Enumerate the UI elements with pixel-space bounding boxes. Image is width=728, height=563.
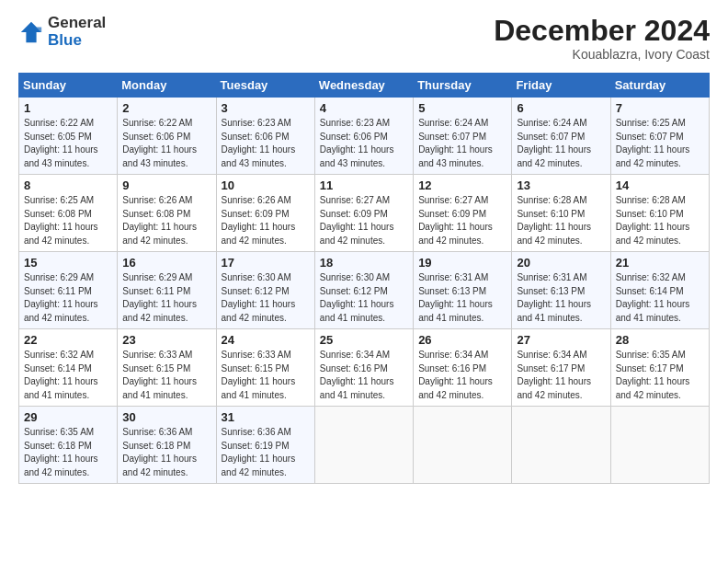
col-tuesday: Tuesday (216, 74, 314, 98)
day-number: 6 (517, 101, 605, 115)
cell-info: Sunrise: 6:33 AM Sunset: 6:15 PM Dayligh… (222, 349, 310, 402)
svg-marker-0 (21, 21, 41, 41)
day-number: 5 (418, 101, 506, 115)
cell-info: Sunrise: 6:28 AM Sunset: 6:10 PM Dayligh… (616, 194, 704, 247)
day-number: 30 (122, 410, 210, 424)
logo-icon (18, 19, 44, 45)
calendar-cell: 3 Sunrise: 6:23 AM Sunset: 6:06 PM Dayli… (216, 98, 314, 175)
day-number: 7 (616, 101, 704, 115)
calendar-cell: 5 Sunrise: 6:24 AM Sunset: 6:07 PM Dayli… (414, 98, 512, 175)
cell-info: Sunrise: 6:32 AM Sunset: 6:14 PM Dayligh… (616, 271, 704, 325)
calendar-cell: 20 Sunrise: 6:31 AM Sunset: 6:13 PM Dayl… (512, 252, 610, 329)
calendar-cell: 19 Sunrise: 6:31 AM Sunset: 6:13 PM Dayl… (414, 252, 512, 329)
cell-info: Sunrise: 6:28 AM Sunset: 6:10 PM Dayligh… (517, 194, 605, 247)
calendar-cell: 27 Sunrise: 6:34 AM Sunset: 6:17 PM Dayl… (512, 329, 610, 407)
calendar-cell: 14 Sunrise: 6:28 AM Sunset: 6:10 PM Dayl… (610, 175, 709, 252)
calendar-week-4: 22 Sunrise: 6:32 AM Sunset: 6:14 PM Dayl… (19, 329, 710, 407)
cell-info: Sunrise: 6:35 AM Sunset: 6:17 PM Dayligh… (616, 349, 704, 402)
calendar-week-3: 15 Sunrise: 6:29 AM Sunset: 6:11 PM Dayl… (19, 252, 710, 329)
calendar-cell: 17 Sunrise: 6:30 AM Sunset: 6:12 PM Dayl… (216, 252, 314, 329)
cell-info: Sunrise: 6:26 AM Sunset: 6:09 PM Dayligh… (222, 194, 310, 247)
col-wednesday: Wednesday (314, 74, 413, 98)
cell-info: Sunrise: 6:31 AM Sunset: 6:13 PM Dayligh… (418, 271, 506, 325)
calendar-cell: 2 Sunrise: 6:22 AM Sunset: 6:06 PM Dayli… (118, 98, 216, 175)
cell-info: Sunrise: 6:23 AM Sunset: 6:06 PM Dayligh… (320, 117, 408, 170)
calendar-cell: 18 Sunrise: 6:30 AM Sunset: 6:12 PM Dayl… (314, 252, 413, 329)
day-number: 24 (222, 333, 310, 347)
logo-text: General Blue (48, 15, 106, 49)
calendar-cell: 12 Sunrise: 6:27 AM Sunset: 6:09 PM Dayl… (414, 175, 512, 252)
calendar-cell: 24 Sunrise: 6:33 AM Sunset: 6:15 PM Dayl… (216, 329, 314, 407)
cell-info: Sunrise: 6:26 AM Sunset: 6:08 PM Dayligh… (122, 194, 210, 247)
calendar-cell: 23 Sunrise: 6:33 AM Sunset: 6:15 PM Dayl… (118, 329, 216, 407)
day-number: 10 (222, 178, 310, 192)
cell-info: Sunrise: 6:25 AM Sunset: 6:07 PM Dayligh… (616, 117, 704, 170)
cell-info: Sunrise: 6:36 AM Sunset: 6:19 PM Dayligh… (222, 426, 310, 479)
cell-info: Sunrise: 6:24 AM Sunset: 6:07 PM Dayligh… (517, 117, 605, 170)
col-saturday: Saturday (610, 74, 709, 98)
calendar-cell: 13 Sunrise: 6:28 AM Sunset: 6:10 PM Dayl… (512, 175, 610, 252)
calendar-cell: 21 Sunrise: 6:32 AM Sunset: 6:14 PM Dayl… (610, 252, 709, 329)
day-number: 17 (222, 256, 310, 270)
cell-info: Sunrise: 6:31 AM Sunset: 6:13 PM Dayligh… (517, 271, 605, 325)
calendar-week-2: 8 Sunrise: 6:25 AM Sunset: 6:08 PM Dayli… (19, 175, 710, 252)
cell-info: Sunrise: 6:32 AM Sunset: 6:14 PM Dayligh… (24, 349, 112, 402)
calendar-cell: 26 Sunrise: 6:34 AM Sunset: 6:16 PM Dayl… (414, 329, 512, 407)
day-number: 13 (517, 178, 605, 192)
cell-info: Sunrise: 6:22 AM Sunset: 6:05 PM Dayligh… (24, 117, 112, 170)
cell-info: Sunrise: 6:25 AM Sunset: 6:08 PM Dayligh… (24, 194, 112, 247)
calendar-cell (512, 407, 610, 484)
calendar-cell (314, 407, 413, 484)
calendar-cell: 1 Sunrise: 6:22 AM Sunset: 6:05 PM Dayli… (19, 98, 118, 175)
day-number: 19 (418, 256, 506, 270)
calendar-cell: 29 Sunrise: 6:35 AM Sunset: 6:18 PM Dayl… (19, 407, 118, 484)
cell-info: Sunrise: 6:33 AM Sunset: 6:15 PM Dayligh… (122, 349, 210, 402)
day-number: 28 (616, 333, 704, 347)
cell-info: Sunrise: 6:29 AM Sunset: 6:11 PM Dayligh… (24, 271, 112, 325)
calendar-cell: 25 Sunrise: 6:34 AM Sunset: 6:16 PM Dayl… (314, 329, 413, 407)
cell-info: Sunrise: 6:22 AM Sunset: 6:06 PM Dayligh… (122, 117, 210, 170)
cell-info: Sunrise: 6:30 AM Sunset: 6:12 PM Dayligh… (222, 271, 310, 325)
calendar-cell: 10 Sunrise: 6:26 AM Sunset: 6:09 PM Dayl… (216, 175, 314, 252)
calendar-cell: 8 Sunrise: 6:25 AM Sunset: 6:08 PM Dayli… (19, 175, 118, 252)
day-number: 15 (24, 256, 112, 270)
col-sunday: Sunday (19, 74, 118, 98)
day-number: 22 (24, 333, 112, 347)
calendar-cell: 30 Sunrise: 6:36 AM Sunset: 6:18 PM Dayl… (118, 407, 216, 484)
month-year-title: December 2024 (494, 15, 710, 47)
day-number: 18 (320, 256, 408, 270)
day-number: 2 (122, 101, 210, 115)
calendar-cell: 28 Sunrise: 6:35 AM Sunset: 6:17 PM Dayl… (610, 329, 709, 407)
day-number: 31 (222, 410, 310, 424)
cell-info: Sunrise: 6:29 AM Sunset: 6:11 PM Dayligh… (122, 271, 210, 325)
title-block: December 2024 Kouablazra, Ivory Coast (494, 15, 710, 62)
day-number: 14 (616, 178, 704, 192)
day-number: 27 (517, 333, 605, 347)
col-thursday: Thursday (414, 74, 512, 98)
calendar-cell: 4 Sunrise: 6:23 AM Sunset: 6:06 PM Dayli… (314, 98, 413, 175)
cell-info: Sunrise: 6:34 AM Sunset: 6:16 PM Dayligh… (418, 349, 506, 402)
day-number: 26 (418, 333, 506, 347)
calendar-cell: 6 Sunrise: 6:24 AM Sunset: 6:07 PM Dayli… (512, 98, 610, 175)
calendar-cell: 7 Sunrise: 6:25 AM Sunset: 6:07 PM Dayli… (610, 98, 709, 175)
day-number: 16 (122, 256, 210, 270)
calendar-table: Sunday Monday Tuesday Wednesday Thursday… (18, 73, 710, 484)
day-number: 11 (320, 178, 408, 192)
calendar-cell (610, 407, 709, 484)
cell-info: Sunrise: 6:27 AM Sunset: 6:09 PM Dayligh… (320, 194, 408, 247)
cell-info: Sunrise: 6:36 AM Sunset: 6:18 PM Dayligh… (122, 426, 210, 479)
calendar-cell: 15 Sunrise: 6:29 AM Sunset: 6:11 PM Dayl… (19, 252, 118, 329)
page: General Blue December 2024 Kouablazra, I… (0, 0, 728, 563)
day-number: 9 (122, 178, 210, 192)
header: General Blue December 2024 Kouablazra, I… (18, 15, 710, 62)
cell-info: Sunrise: 6:24 AM Sunset: 6:07 PM Dayligh… (418, 117, 506, 170)
day-number: 3 (222, 101, 310, 115)
cell-info: Sunrise: 6:27 AM Sunset: 6:09 PM Dayligh… (418, 194, 506, 247)
logo-general: General (48, 15, 106, 32)
day-number: 12 (418, 178, 506, 192)
day-number: 21 (616, 256, 704, 270)
day-number: 23 (122, 333, 210, 347)
cell-info: Sunrise: 6:35 AM Sunset: 6:18 PM Dayligh… (24, 426, 112, 479)
calendar-cell: 11 Sunrise: 6:27 AM Sunset: 6:09 PM Dayl… (314, 175, 413, 252)
logo-blue: Blue (48, 32, 106, 50)
